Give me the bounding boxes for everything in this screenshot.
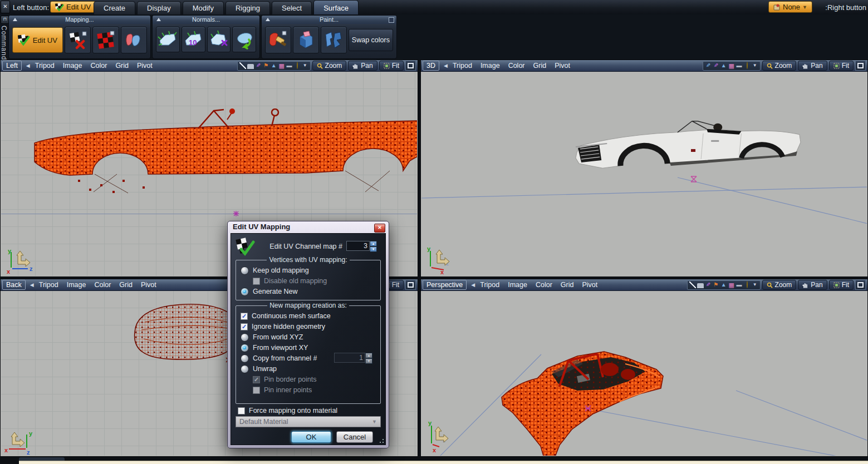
checker-view-icon[interactable]: ▦	[728, 62, 735, 69]
paint-object-button[interactable]	[321, 27, 347, 53]
chevron-down-icon[interactable]: ▼	[302, 62, 308, 69]
maximize-viewport-button[interactable]	[405, 280, 416, 290]
menu-image[interactable]: Image	[480, 62, 500, 70]
radio-icon[interactable]	[241, 333, 249, 342]
clapper-icon[interactable]: ▬	[736, 62, 743, 69]
radio-icon[interactable]	[241, 266, 249, 275]
option-pin-inner-points[interactable]: Pin inner points	[253, 386, 376, 394]
spin-up-icon[interactable]: ▲	[370, 241, 377, 246]
fit-button[interactable]: Fit	[829, 61, 854, 71]
option-ignore-hidden-geometry[interactable]: ✓ Ignore hidden geometry	[241, 323, 376, 330]
pan-button[interactable]: Pan	[348, 61, 377, 71]
tab-modify[interactable]: Modify	[183, 1, 224, 14]
flip-normals-button[interactable]	[232, 27, 256, 52]
left-button-edit-uv[interactable]: Edit UV	[50, 1, 96, 13]
option-disable-old-mapping[interactable]: Disable old mapping	[253, 277, 376, 285]
cone-icon[interactable]: ▲	[271, 62, 277, 69]
maximize-viewport-button[interactable]	[855, 280, 866, 290]
viewport-perspective-canvas[interactable]: y x z	[421, 291, 867, 456]
dialog-title[interactable]: Edit UV Mapping	[228, 221, 389, 233]
panel-popup-icon[interactable]	[389, 17, 394, 23]
collapse-arrow-icon[interactable]: ◀	[26, 63, 30, 68]
pen-blue-icon[interactable]: ✎	[705, 62, 712, 69]
checkbox-icon[interactable]: ✓	[253, 376, 260, 383]
menu-pivot[interactable]: Pivot	[582, 281, 597, 289]
line-tool-icon[interactable]	[239, 62, 246, 69]
resize-grip[interactable]	[377, 437, 384, 443]
channel-map-value[interactable]: 3	[346, 241, 370, 251]
cone-icon[interactable]: ▲	[720, 62, 727, 69]
pan-button[interactable]: Pan	[798, 61, 827, 71]
smooth-normals-button[interactable]	[156, 27, 180, 52]
checkbox-icon[interactable]	[238, 407, 245, 414]
line-tool-icon[interactable]	[689, 282, 696, 288]
menu-image[interactable]: Image	[63, 62, 82, 70]
option-from-viewport-xy[interactable]: From viewport XY	[241, 344, 376, 352]
viewport-3d-name-tab[interactable]: 3D	[423, 61, 439, 71]
crease-angle-button[interactable]: 10	[182, 27, 205, 52]
cone-icon[interactable]: ▲	[720, 282, 727, 288]
pin-icon[interactable]: ⊓	[1, 16, 9, 24]
uv-shells-button[interactable]	[121, 27, 147, 53]
chevron-down-icon[interactable]: ▼	[372, 419, 377, 424]
option-pin-border-points[interactable]: ✓ Pin border points	[253, 376, 376, 383]
option-copy-from-channel[interactable]: Copy from channel # 1 ▲▼	[241, 354, 376, 362]
maximize-viewport-button[interactable]	[855, 61, 866, 71]
material-dropdown[interactable]: Default Material ▼	[236, 416, 381, 427]
viewport-3d-canvas[interactable]: y x z	[421, 72, 867, 276]
spin-down-icon[interactable]: ▼	[365, 358, 372, 364]
paint-face-button[interactable]	[293, 27, 319, 53]
close-icon[interactable]: ✕	[1, 1, 10, 13]
pen-icon[interactable]: ✎	[705, 282, 712, 288]
paint-brush-button[interactable]	[265, 27, 291, 53]
menu-pivot[interactable]: Pivot	[555, 62, 570, 70]
tab-create[interactable]: Create	[94, 1, 135, 14]
pen-icon[interactable]: ✎	[255, 62, 262, 69]
menu-image[interactable]: Image	[67, 281, 86, 289]
option-generate-new[interactable]: Generate New	[241, 288, 376, 295]
remove-normals-button[interactable]	[207, 27, 231, 52]
spin-up-icon[interactable]: ▲	[365, 353, 372, 358]
menu-grid[interactable]: Grid	[119, 281, 133, 289]
clapper-icon[interactable]: ▬	[286, 62, 293, 69]
swap-colors-button[interactable]: Swap colors	[349, 29, 393, 51]
apply-checker-button[interactable]	[92, 27, 119, 53]
fit-button[interactable]: Fit	[829, 280, 854, 290]
shading-flag-icon[interactable]: ⚑	[263, 62, 269, 69]
ok-button[interactable]: OK	[291, 431, 331, 443]
viewport-back-name-tab[interactable]: Back	[2, 280, 26, 290]
radio-icon[interactable]	[241, 344, 249, 352]
radio-icon[interactable]	[241, 288, 249, 296]
collapse-arrow-icon[interactable]: ◀	[444, 63, 448, 68]
pan-button[interactable]: Pan	[798, 280, 827, 290]
checker-view-icon[interactable]: ▦	[278, 62, 285, 69]
copy-channel-spinner[interactable]: 1 ▲▼	[334, 353, 372, 363]
collapse-icon[interactable]	[266, 18, 270, 21]
menu-grid[interactable]: Grid	[561, 281, 574, 289]
eraser-icon[interactable]	[697, 283, 704, 288]
radio-icon[interactable]	[241, 354, 249, 363]
collapse-arrow-icon[interactable]: ◀	[30, 282, 34, 288]
menu-color[interactable]: Color	[94, 281, 111, 289]
menu-color[interactable]: Color	[508, 62, 525, 70]
fit-button[interactable]: Fit	[379, 61, 404, 71]
light-icon[interactable]	[744, 282, 751, 288]
zoom-button[interactable]: Zoom	[312, 61, 347, 71]
chevron-down-icon[interactable]: ▼	[752, 62, 758, 69]
right-button-none[interactable]: None ▼	[768, 1, 812, 13]
menu-image[interactable]: Image	[508, 281, 527, 289]
maximize-viewport-button[interactable]	[405, 61, 416, 71]
close-icon[interactable]: ✕	[374, 224, 385, 233]
spin-down-icon[interactable]: ▼	[370, 246, 377, 252]
collapse-arrow-icon[interactable]: ◀	[471, 282, 475, 288]
zoom-button[interactable]: Zoom	[762, 61, 797, 71]
menu-tripod[interactable]: Tripod	[480, 281, 499, 289]
zoom-button[interactable]: Zoom	[762, 280, 797, 290]
menu-tripod[interactable]: Tripod	[35, 62, 55, 70]
option-keep-old-mapping[interactable]: Keep old mapping	[241, 266, 376, 274]
copy-channel-value[interactable]: 1	[334, 353, 365, 363]
checkbox-icon[interactable]	[253, 387, 260, 394]
option-force-mapping[interactable]: Force mapping onto material	[238, 407, 337, 414]
chevron-down-icon[interactable]: ▼	[752, 282, 758, 288]
clapper-icon[interactable]: ▬	[736, 282, 743, 288]
